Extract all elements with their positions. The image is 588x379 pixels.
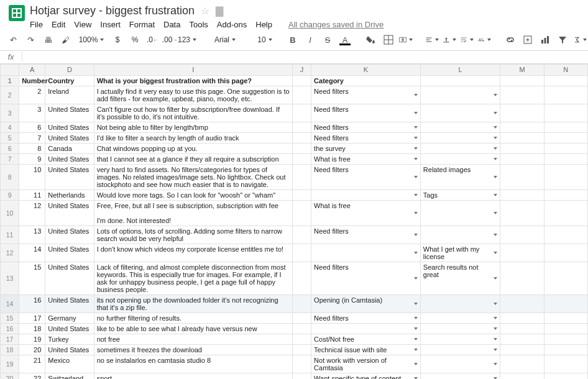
cell[interactable] — [500, 355, 544, 373]
cell[interactable] — [500, 86, 544, 104]
cell[interactable]: Need filters — [311, 262, 421, 295]
cell[interactable] — [500, 122, 544, 132]
cell[interactable] — [544, 313, 587, 323]
cell[interactable]: Need filters — [311, 122, 421, 132]
cell[interactable]: 3 — [19, 104, 45, 122]
cell[interactable]: I actually find it very easy to use this… — [94, 86, 292, 104]
sheets-logo-icon[interactable] — [9, 5, 25, 21]
cell[interactable]: United States — [45, 132, 94, 143]
cell[interactable]: that I cannot see at a glance if they al… — [94, 153, 292, 164]
cell[interactable]: 19 — [19, 334, 45, 344]
cell[interactable]: Switzerland — [45, 373, 94, 379]
cell[interactable] — [292, 295, 311, 313]
cell[interactable]: Mexico — [45, 355, 94, 373]
row-header[interactable]: 12 — [1, 244, 19, 262]
format-percent-button[interactable]: % — [128, 33, 142, 47]
menu-help[interactable]: Help — [255, 20, 272, 29]
col-header-I[interactable]: I — [94, 64, 292, 75]
row-header[interactable]: 11 — [1, 226, 19, 244]
spreadsheet-grid[interactable]: A D I J K L M N 1 Number Country What is… — [0, 64, 588, 379]
cell[interactable] — [544, 295, 587, 313]
cell[interactable]: Country — [45, 75, 94, 86]
cell[interactable] — [420, 226, 500, 244]
insert-comment-icon[interactable] — [521, 33, 535, 47]
cell[interactable] — [544, 143, 587, 153]
cell[interactable]: Lack of filtering, and almost complete d… — [94, 262, 292, 295]
col-header-K[interactable]: K — [311, 64, 421, 75]
paint-format-icon[interactable]: 🖌 — [58, 33, 72, 47]
cell[interactable] — [544, 373, 587, 379]
cell[interactable] — [500, 190, 544, 200]
cell[interactable]: Can't figure out how to filter by subscr… — [94, 104, 292, 122]
cell[interactable]: Related images — [420, 164, 500, 190]
col-header-L[interactable]: L — [420, 64, 500, 75]
cell[interactable]: 2 — [19, 86, 45, 104]
cell[interactable]: Search results not great — [420, 262, 500, 295]
borders-icon[interactable] — [382, 33, 395, 47]
cell[interactable]: Need filters — [311, 86, 421, 104]
select-all-corner[interactable] — [1, 64, 19, 75]
cell[interactable] — [292, 244, 311, 262]
star-icon[interactable]: ☆ — [201, 5, 209, 17]
cell[interactable]: Want specific type of content — [311, 373, 421, 379]
print-icon[interactable]: 🖶 — [41, 33, 55, 47]
cell[interactable] — [420, 122, 500, 132]
cell[interactable] — [292, 86, 311, 104]
cell[interactable] — [500, 75, 544, 86]
move-folder-icon[interactable]: ▇ — [216, 5, 223, 17]
row-header[interactable]: 16 — [1, 323, 19, 334]
filter-icon[interactable] — [556, 33, 569, 47]
cell[interactable]: its not opening up the downloaded folder… — [94, 295, 292, 313]
cell[interactable] — [544, 132, 587, 143]
cell[interactable]: Need filters — [311, 226, 421, 244]
cell[interactable] — [500, 153, 544, 164]
cell[interactable]: 10 — [19, 164, 45, 190]
row-header[interactable]: 8 — [1, 164, 19, 190]
cell[interactable] — [500, 262, 544, 295]
cell[interactable] — [544, 334, 587, 344]
cell[interactable] — [544, 122, 587, 132]
cell[interactable]: I don't know which videos my corporate l… — [94, 244, 292, 262]
format-currency-button[interactable]: $ — [111, 33, 124, 47]
cell[interactable]: Canada — [45, 143, 94, 153]
cell[interactable]: like to be able to see what I already ha… — [94, 323, 292, 334]
cell[interactable]: 6 — [19, 122, 45, 132]
cell[interactable]: Need filters — [311, 104, 421, 122]
cell[interactable]: Would love more tags. So I can look for … — [94, 190, 292, 200]
cell[interactable] — [544, 153, 587, 164]
cell[interactable]: very hard to find assets. No filters/cat… — [94, 164, 292, 190]
cell[interactable] — [500, 200, 544, 226]
row-header[interactable]: 5 — [1, 132, 19, 143]
cell[interactable]: United States — [45, 244, 94, 262]
strikethrough-button[interactable]: S — [321, 33, 334, 47]
cell[interactable] — [292, 323, 311, 334]
row-header[interactable]: 7 — [1, 153, 19, 164]
cell[interactable] — [420, 373, 500, 379]
cell[interactable]: 8 — [19, 143, 45, 153]
cell[interactable] — [292, 75, 311, 86]
cell[interactable]: United States — [45, 200, 94, 226]
cell[interactable] — [292, 226, 311, 244]
insert-chart-icon[interactable] — [538, 33, 552, 47]
cell[interactable]: I'd like to filter a search by length of… — [94, 132, 292, 143]
cell[interactable]: 7 — [19, 132, 45, 143]
cell[interactable] — [500, 313, 544, 323]
menu-tools[interactable]: Tools — [189, 20, 208, 29]
cell[interactable] — [544, 344, 587, 355]
row-header[interactable]: 6 — [1, 143, 19, 153]
cell[interactable]: 18 — [19, 323, 45, 334]
row-header[interactable]: 13 — [1, 262, 19, 295]
cell[interactable] — [500, 143, 544, 153]
cell[interactable]: Need filters — [311, 164, 421, 190]
menu-addons[interactable]: Add-ons — [217, 20, 247, 29]
text-rotate-icon[interactable]: A — [477, 33, 491, 47]
cell[interactable] — [544, 190, 587, 200]
cell[interactable] — [292, 373, 311, 379]
row-header[interactable]: 14 — [1, 295, 19, 313]
cell[interactable]: United States — [45, 295, 94, 313]
cell[interactable] — [420, 323, 500, 334]
cell[interactable] — [420, 153, 500, 164]
cell[interactable]: United States — [45, 262, 94, 295]
italic-button[interactable]: I — [303, 33, 317, 47]
cell[interactable] — [292, 313, 311, 323]
